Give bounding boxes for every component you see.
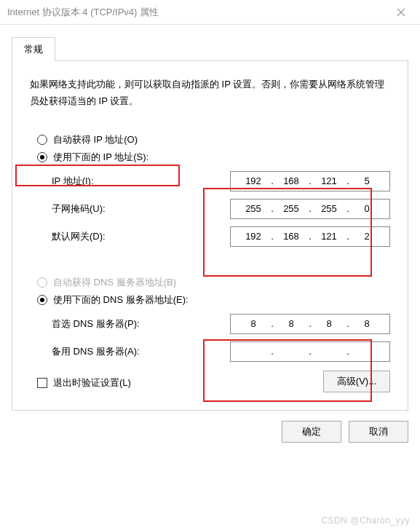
content-area: 常规 如果网络支持此功能，则可以获取自动指派的 IP 设置。否则，你需要从网络系… [0,25,420,411]
general-panel: 如果网络支持此功能，则可以获取自动指派的 IP 设置。否则，你需要从网络系统管理… [12,61,408,411]
ip-octet[interactable]: 168 [277,175,305,186]
ip-octet[interactable]: 121 [315,231,343,242]
ip-address-input[interactable]: 192. 168. 121. 5 [230,171,390,191]
ip-octet[interactable]: 8 [315,318,343,329]
radio-auto-dns [37,277,47,288]
radio-manual-ip-row[interactable]: 使用下面的 IP 地址(S): [37,151,390,164]
ip-octet[interactable]: 121 [315,175,343,186]
subnet-mask-input[interactable]: 255. 255. 255. 0 [230,199,390,219]
ip-address-row: IP 地址(I): 192. 168. 121. 5 [52,171,390,191]
alternate-dns-label: 备用 DNS 服务器(A): [52,345,140,358]
ip-octet[interactable]: 8 [239,318,267,329]
radio-manual-dns-label: 使用下面的 DNS 服务器地址(E): [53,293,189,306]
ip-octet[interactable]: 255 [315,203,343,214]
subnet-mask-label: 子网掩码(U): [52,202,106,215]
tab-general[interactable]: 常规 [12,37,55,61]
preferred-dns-row: 首选 DNS 服务器(P): 8. 8. 8. 8 [52,314,390,334]
radio-auto-dns-label: 自动获得 DNS 服务器地址(B) [53,276,176,289]
gateway-label: 默认网关(D): [52,230,106,243]
radio-manual-ip[interactable] [37,152,47,162]
alternate-dns-row: 备用 DNS 服务器(A): . . . [52,341,390,362]
cancel-button[interactable]: 取消 [349,421,408,443]
radio-manual-dns-row[interactable]: 使用下面的 DNS 服务器地址(E): [37,293,390,306]
radio-auto-ip-row[interactable]: 自动获得 IP 地址(O) [37,133,390,146]
radio-auto-dns-row: 自动获得 DNS 服务器地址(B) [37,276,390,289]
validate-checkbox-label: 退出时验证设置(L) [53,376,131,389]
preferred-dns-label: 首选 DNS 服务器(P): [52,317,140,331]
alternate-dns-input[interactable]: . . . [230,341,390,362]
watermark: CSDN @Charon_yyy [321,515,410,526]
ok-button[interactable]: 确定 [282,421,341,443]
gateway-row: 默认网关(D): 192. 168. 121. 2 [52,226,390,247]
advanced-button[interactable]: 高级(V)... [323,371,390,392]
radio-manual-ip-label: 使用下面的 IP 地址(S): [53,151,148,164]
ip-octet[interactable]: 192 [239,175,267,186]
ip-octet[interactable]: 192 [239,231,267,242]
ip-octet[interactable]: 0 [353,203,381,214]
ip-octet[interactable]: 168 [277,231,305,242]
close-icon [397,8,405,17]
titlebar: Internet 协议版本 4 (TCP/IPv4) 属性 [0,0,420,25]
gateway-input[interactable]: 192. 168. 121. 2 [230,226,390,247]
ip-octet[interactable]: 255 [277,203,305,214]
window-title: Internet 协议版本 4 (TCP/IPv4) 属性 [7,6,159,19]
close-button[interactable] [387,2,416,23]
dns-field-group: 首选 DNS 服务器(P): 8. 8. 8. 8 备用 DNS 服务器(A):… [52,314,390,362]
ip-address-label: IP 地址(I): [52,175,94,188]
ip-octet[interactable]: 8 [353,318,381,329]
tab-strip: 常规 [12,36,408,61]
radio-auto-ip[interactable] [37,135,47,145]
ip-octet[interactable]: 8 [277,318,305,329]
radio-auto-ip-label: 自动获得 IP 地址(O) [53,133,138,146]
subnet-mask-row: 子网掩码(U): 255. 255. 255. 0 [52,199,390,219]
dialog-footer: 确定 取消 [0,411,420,453]
description-text: 如果网络支持此功能，则可以获取自动指派的 IP 设置。否则，你需要从网络系统管理… [30,76,390,110]
ip-octet[interactable]: 255 [239,203,267,214]
ip-octet[interactable]: 5 [353,175,381,186]
radio-manual-dns[interactable] [37,295,47,305]
ip-octet[interactable]: 2 [353,231,381,242]
ip-field-group: IP 地址(I): 192. 168. 121. 5 子网掩码(U): 255.… [52,171,390,247]
validate-checkbox[interactable] [37,378,47,388]
preferred-dns-input[interactable]: 8. 8. 8. 8 [230,314,390,334]
